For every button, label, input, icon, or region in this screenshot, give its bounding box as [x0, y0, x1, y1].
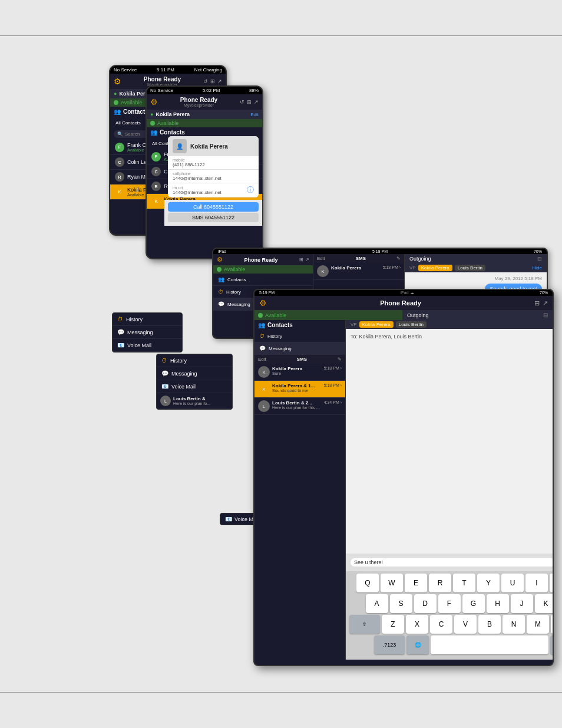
s2-avatar-frank: F — [151, 152, 161, 162]
key-j[interactable]: J — [511, 594, 533, 613]
ls1-voicemail[interactable]: 📧 Voice Mail — [113, 339, 182, 352]
key-c[interactable]: C — [430, 615, 452, 634]
screen2-statusbar: No Service 5:02 PM 88% — [147, 87, 262, 94]
s4-outgoing-label: Outgoing — [407, 312, 429, 318]
s4-sms-avatar-2: K — [258, 383, 270, 395]
voicemail-icon-bottom: 📧 — [225, 516, 232, 522]
s4-history-label: History — [267, 334, 282, 339]
s4-sms-item-2[interactable]: K Kokila Perera & 1... Sounds good to me… — [254, 381, 345, 398]
s1-tab-all[interactable]: All Contacts — [114, 120, 143, 126]
s4-breadcrumb-louis[interactable]: Louis Bertin — [396, 321, 427, 328]
softphone-label: softphone — [173, 172, 254, 176]
contact-field-mobile: mobile (401) 888-1122 — [168, 156, 259, 170]
key-numbers-right[interactable]: .?123 — [550, 635, 554, 654]
s4-sms-time-1: 5:18 PM › — [324, 366, 342, 370]
key-space[interactable] — [431, 635, 548, 654]
key-numbers-left[interactable]: .?123 — [374, 635, 405, 654]
s4-new-sms-btn[interactable]: ✎ — [338, 357, 342, 362]
s1-title: Phone Ready — [121, 76, 203, 83]
key-x[interactable]: X — [406, 615, 428, 634]
s4-sms-info-3: Louis Bertin & 2... Here is our plan for… — [272, 400, 322, 410]
s1-avatar-frank: F — [115, 143, 124, 152]
key-shift-left[interactable]: ⇧ — [349, 615, 380, 634]
s1-status-left: No Service — [114, 67, 137, 73]
ls2-voicemail-label: Voice Mail — [171, 384, 196, 390]
s2-kokila-name: Kokila Perera — [156, 111, 190, 117]
s2-refresh-icon: ↺ — [240, 99, 244, 105]
key-f[interactable]: F — [438, 594, 461, 613]
key-n[interactable]: N — [503, 615, 525, 634]
s4-breadcrumb: VP Kokila Perera Louis Bertin Hide — [346, 320, 554, 329]
s3-edit-btn[interactable]: Edit — [317, 256, 325, 261]
s2-title: Phone Ready — [158, 97, 240, 103]
s4-msg-bubbles: Sounds good to me! — [351, 351, 554, 364]
s4-sms-item-3[interactable]: L Louis Bertin & 2... Here is our plan f… — [254, 398, 345, 415]
key-k[interactable]: K — [535, 594, 554, 613]
s4-sms-list-header: Edit SMS ✎ — [254, 355, 345, 364]
key-b[interactable]: B — [478, 615, 501, 634]
ls1-messaging-icon: 💬 — [117, 329, 124, 335]
s4-sms-time-2: 5:18 PM › — [324, 383, 342, 387]
s1-status-right: Not Charging — [194, 67, 222, 73]
key-exclaim[interactable]: ! — [551, 615, 554, 634]
key-s[interactable]: S — [390, 594, 412, 613]
s3-sms-info-kokila: Kokila Perera — [331, 265, 381, 271]
s4-breadcrumb-kokila[interactable]: Kokila Perera — [359, 321, 394, 328]
s2-avatar-kokila: K — [151, 197, 161, 206]
screen4-header: ⚙ Phone Ready ⊞ ↗ — [254, 296, 553, 310]
s4-msg-date: May 29, 2012 5:18 PM — [351, 343, 554, 348]
s4-status-right: 70% — [540, 291, 548, 295]
s3-available-text: Available — [224, 266, 245, 272]
s3-sms-kokila[interactable]: K Kokila Perera 5:18 PM › — [313, 263, 404, 280]
key-a[interactable]: A — [366, 594, 388, 613]
s4-sms-item-1[interactable]: K Kokila Perera Sure 5:18 PM › — [254, 364, 345, 381]
s2-edit-btn[interactable]: Edit — [250, 112, 259, 117]
key-i[interactable]: I — [525, 574, 548, 592]
key-t[interactable]: T — [453, 574, 475, 592]
s3-hide-btn[interactable]: Hide — [533, 265, 542, 271]
key-r[interactable]: R — [429, 574, 451, 592]
ls1-history[interactable]: ⏱ History — [113, 313, 182, 326]
ls2-history[interactable]: ⏱ History — [157, 354, 232, 367]
key-h[interactable]: H — [487, 594, 509, 613]
ls1-voicemail-icon: 📧 — [117, 342, 124, 348]
s3-breadcrumb-kokila[interactable]: Kokila Perera — [418, 265, 452, 271]
s4-msg-thread: To: Kokila Perera, Louis Bertin Details … — [346, 329, 554, 554]
key-y[interactable]: Y — [477, 574, 500, 592]
contact-field-softphone: softphone 1440@internal.xten.net — [168, 170, 259, 183]
s4-edit-sms[interactable]: Edit — [258, 357, 266, 362]
s4-vp-label: VP — [351, 322, 357, 327]
call-btn[interactable]: Call 6045551122 — [168, 202, 259, 212]
key-globe[interactable]: 🌐 — [406, 635, 429, 654]
screen2-header: ⚙ Phone Ready Myvoiceprovider ↺ ⊞ ↗ — [147, 94, 262, 110]
contacts-icon-s1: ⚙ — [114, 77, 121, 86]
s3-breadcrumb-louis[interactable]: Louis Bertin — [455, 265, 485, 271]
ls2-messaging-icon: 💬 — [161, 370, 168, 377]
key-e[interactable]: E — [405, 574, 427, 592]
s3-new-btn[interactable]: ✎ — [396, 256, 401, 261]
ls1-messaging[interactable]: 💬 Messaging — [113, 326, 182, 339]
s1-available-text: Available — [121, 100, 142, 106]
s4-sms-preview-3: Here is our plan for this weekend. — [272, 406, 322, 410]
ls2-louis-item[interactable]: L Louis Bertin & Here is our plan fo... — [157, 393, 232, 409]
ls2-messaging[interactable]: 💬 Messaging — [157, 367, 232, 380]
key-d[interactable]: D — [414, 594, 437, 613]
s4-messaging-item[interactable]: 💬 Messaging — [254, 342, 345, 355]
key-g[interactable]: G — [462, 594, 485, 613]
s4-input-field[interactable]: See u there! — [351, 558, 554, 566]
key-v[interactable]: V — [454, 615, 477, 634]
key-m[interactable]: M — [527, 615, 549, 634]
s4-title: Phone Ready — [267, 299, 534, 307]
ls1-messaging-label: Messaging — [127, 330, 153, 335]
key-o[interactable]: O — [550, 574, 554, 592]
s3-title: Phone Ready — [223, 257, 299, 263]
ls2-voicemail[interactable]: 📧 Voice Mail — [157, 380, 232, 393]
key-u[interactable]: U — [501, 574, 524, 592]
key-w[interactable]: W — [381, 574, 403, 592]
sms-btn[interactable]: SMS 6045551122 — [168, 213, 259, 222]
s4-history-item[interactable]: ⏱ History — [254, 330, 345, 342]
s4-sms-preview-1: Sure — [272, 371, 322, 375]
s3-contacts-item[interactable]: 👥 Contacts — [213, 274, 313, 286]
key-q[interactable]: Q — [356, 574, 379, 592]
key-z[interactable]: Z — [382, 615, 404, 634]
